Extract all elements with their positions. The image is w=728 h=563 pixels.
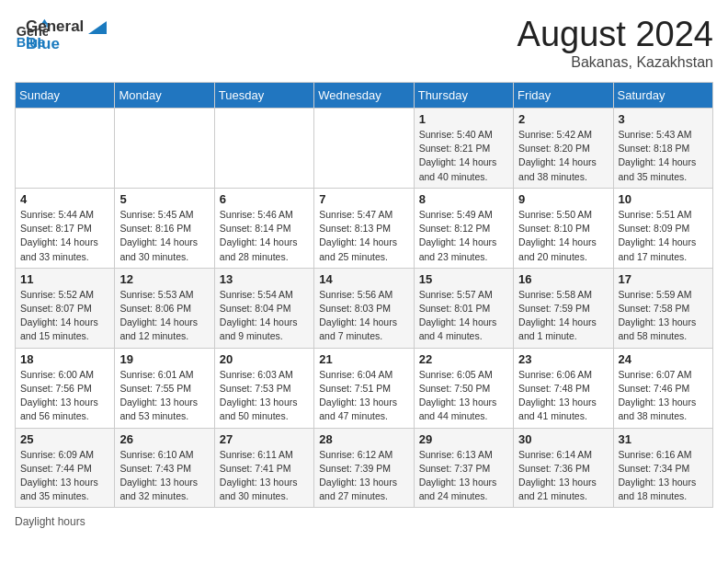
table-row (314, 109, 414, 189)
day-number: 16 (518, 272, 608, 286)
day-info: Sunrise: 5:49 AMSunset: 8:12 PMDaylight:… (419, 208, 508, 264)
day-info: Sunrise: 5:53 AMSunset: 8:06 PMDaylight:… (119, 288, 209, 344)
table-row: 24 Sunrise: 6:07 AMSunset: 7:46 PMDaylig… (613, 348, 712, 428)
table-row: 15 Sunrise: 5:57 AMSunset: 8:01 PMDaylig… (414, 268, 513, 348)
day-number: 1 (419, 112, 508, 126)
table-row: 3 Sunrise: 5:43 AMSunset: 8:18 PMDayligh… (613, 109, 712, 189)
calendar-header-row: Sunday Monday Tuesday Wednesday Thursday… (16, 83, 713, 109)
col-sunday: Sunday (16, 83, 115, 109)
col-friday: Friday (514, 83, 613, 109)
day-info: Sunrise: 5:47 AMSunset: 8:13 PMDaylight:… (319, 208, 408, 264)
day-info: Sunrise: 6:07 AMSunset: 7:46 PMDaylight:… (619, 368, 708, 424)
day-number: 5 (119, 192, 209, 206)
day-number: 28 (319, 432, 408, 446)
day-number: 21 (319, 352, 408, 366)
table-row: 7 Sunrise: 5:47 AMSunset: 8:13 PMDayligh… (314, 188, 414, 268)
table-row: 2 Sunrise: 5:42 AMSunset: 8:20 PMDayligh… (514, 109, 613, 189)
day-number: 31 (619, 432, 708, 446)
day-number: 4 (20, 192, 109, 206)
logo-general: General (26, 18, 107, 36)
day-number: 11 (20, 272, 109, 286)
day-number: 8 (419, 192, 508, 206)
table-row: 29 Sunrise: 6:13 AMSunset: 7:37 PMDaylig… (414, 428, 513, 508)
day-number: 29 (419, 432, 508, 446)
table-row: 20 Sunrise: 6:03 AMSunset: 7:53 PMDaylig… (214, 348, 313, 428)
table-row: 5 Sunrise: 5:45 AMSunset: 8:16 PMDayligh… (115, 188, 214, 268)
day-number: 13 (220, 272, 309, 286)
col-monday: Monday (115, 83, 214, 109)
day-number: 24 (619, 352, 708, 366)
day-info: Sunrise: 6:13 AMSunset: 7:37 PMDaylight:… (419, 448, 508, 504)
day-info: Sunrise: 6:06 AMSunset: 7:48 PMDaylight:… (518, 368, 608, 424)
day-info: Sunrise: 5:44 AMSunset: 8:17 PMDaylight:… (20, 208, 109, 264)
table-row: 21 Sunrise: 6:04 AMSunset: 7:51 PMDaylig… (314, 348, 414, 428)
day-number: 25 (20, 432, 109, 446)
day-info: Sunrise: 5:43 AMSunset: 8:18 PMDaylight:… (619, 128, 708, 184)
day-info: Sunrise: 5:52 AMSunset: 8:07 PMDaylight:… (20, 288, 109, 344)
table-row: 25 Sunrise: 6:09 AMSunset: 7:44 PMDaylig… (16, 428, 115, 508)
day-info: Sunrise: 5:46 AMSunset: 8:14 PMDaylight:… (220, 208, 309, 264)
calendar-week-2: 4 Sunrise: 5:44 AMSunset: 8:17 PMDayligh… (16, 188, 713, 268)
table-row: 11 Sunrise: 5:52 AMSunset: 8:07 PMDaylig… (16, 268, 115, 348)
day-number: 9 (518, 192, 608, 206)
day-info: Sunrise: 5:58 AMSunset: 7:59 PMDaylight:… (518, 288, 608, 344)
month-year: August 2024 (518, 15, 713, 54)
table-row: 12 Sunrise: 5:53 AMSunset: 8:06 PMDaylig… (115, 268, 214, 348)
table-row: 13 Sunrise: 5:54 AMSunset: 8:04 PMDaylig… (214, 268, 313, 348)
table-row: 31 Sunrise: 6:16 AMSunset: 7:34 PMDaylig… (613, 428, 712, 508)
day-info: Sunrise: 6:11 AMSunset: 7:41 PMDaylight:… (220, 448, 309, 504)
table-row: 14 Sunrise: 5:56 AMSunset: 8:03 PMDaylig… (314, 268, 414, 348)
table-row (16, 109, 115, 189)
day-number: 17 (619, 272, 708, 286)
table-row: 4 Sunrise: 5:44 AMSunset: 8:17 PMDayligh… (16, 188, 115, 268)
table-row: 27 Sunrise: 6:11 AMSunset: 7:41 PMDaylig… (214, 428, 313, 508)
table-row: 9 Sunrise: 5:50 AMSunset: 8:10 PMDayligh… (514, 188, 613, 268)
day-number: 26 (119, 432, 209, 446)
table-row: 18 Sunrise: 6:00 AMSunset: 7:56 PMDaylig… (16, 348, 115, 428)
logo: General Blue General Blue (15, 15, 107, 52)
logo-blue: Blue (26, 36, 107, 53)
calendar-week-1: 1 Sunrise: 5:40 AMSunset: 8:21 PMDayligh… (16, 109, 713, 189)
day-info: Sunrise: 5:40 AMSunset: 8:21 PMDaylight:… (419, 128, 508, 184)
day-info: Sunrise: 6:01 AMSunset: 7:55 PMDaylight:… (119, 368, 209, 424)
day-number: 2 (518, 112, 608, 126)
day-number: 12 (119, 272, 209, 286)
day-number: 7 (319, 192, 408, 206)
day-number: 15 (419, 272, 508, 286)
day-info: Sunrise: 6:12 AMSunset: 7:39 PMDaylight:… (319, 448, 408, 504)
table-row: 22 Sunrise: 6:05 AMSunset: 7:50 PMDaylig… (414, 348, 513, 428)
day-number: 10 (619, 192, 708, 206)
day-info: Sunrise: 5:50 AMSunset: 8:10 PMDaylight:… (518, 208, 608, 264)
table-row: 16 Sunrise: 5:58 AMSunset: 7:59 PMDaylig… (514, 268, 613, 348)
day-info: Sunrise: 6:10 AMSunset: 7:43 PMDaylight:… (119, 448, 209, 504)
col-thursday: Thursday (414, 83, 513, 109)
day-info: Sunrise: 6:16 AMSunset: 7:34 PMDaylight:… (619, 448, 708, 504)
calendar-week-3: 11 Sunrise: 5:52 AMSunset: 8:07 PMDaylig… (16, 268, 713, 348)
calendar-table: Sunday Monday Tuesday Wednesday Thursday… (15, 82, 713, 508)
footer: Daylight hours (15, 515, 713, 528)
col-tuesday: Tuesday (214, 83, 313, 109)
table-row: 1 Sunrise: 5:40 AMSunset: 8:21 PMDayligh… (414, 109, 513, 189)
day-number: 6 (220, 192, 309, 206)
day-info: Sunrise: 5:56 AMSunset: 8:03 PMDaylight:… (319, 288, 408, 344)
day-info: Sunrise: 6:05 AMSunset: 7:50 PMDaylight:… (419, 368, 508, 424)
table-row (115, 109, 214, 189)
title-block: August 2024 Bakanas, Kazakhstan (518, 15, 713, 71)
col-saturday: Saturday (613, 83, 712, 109)
day-info: Sunrise: 5:51 AMSunset: 8:09 PMDaylight:… (619, 208, 708, 264)
col-wednesday: Wednesday (314, 83, 414, 109)
calendar-week-5: 25 Sunrise: 6:09 AMSunset: 7:44 PMDaylig… (16, 428, 713, 508)
day-number: 30 (518, 432, 608, 446)
table-row (214, 109, 313, 189)
calendar-week-4: 18 Sunrise: 6:00 AMSunset: 7:56 PMDaylig… (16, 348, 713, 428)
table-row: 6 Sunrise: 5:46 AMSunset: 8:14 PMDayligh… (214, 188, 313, 268)
day-number: 19 (119, 352, 209, 366)
table-row: 8 Sunrise: 5:49 AMSunset: 8:12 PMDayligh… (414, 188, 513, 268)
day-number: 18 (20, 352, 109, 366)
day-info: Sunrise: 5:59 AMSunset: 7:58 PMDaylight:… (619, 288, 708, 344)
day-info: Sunrise: 6:00 AMSunset: 7:56 PMDaylight:… (20, 368, 109, 424)
day-number: 20 (220, 352, 309, 366)
day-info: Sunrise: 5:45 AMSunset: 8:16 PMDaylight:… (119, 208, 209, 264)
table-row: 30 Sunrise: 6:14 AMSunset: 7:36 PMDaylig… (514, 428, 613, 508)
day-info: Sunrise: 5:54 AMSunset: 8:04 PMDaylight:… (220, 288, 309, 344)
